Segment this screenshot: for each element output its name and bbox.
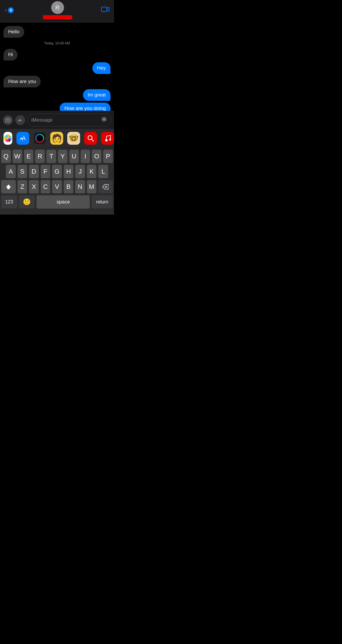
key-U[interactable]: U (69, 150, 79, 163)
video-call-button[interactable] (101, 6, 109, 14)
svg-point-22 (105, 139, 108, 141)
key-X[interactable]: X (29, 180, 39, 194)
svg-rect-5 (105, 118, 106, 120)
svg-point-23 (109, 138, 111, 141)
shift-key[interactable] (1, 180, 16, 194)
key-H[interactable]: H (64, 165, 74, 178)
photos-app-icon[interactable] (4, 132, 12, 145)
appstore-button[interactable] (15, 115, 25, 125)
message-input-field[interactable]: iMessage (27, 113, 111, 127)
key-S[interactable]: S (18, 165, 27, 178)
key-Z[interactable]: Z (18, 180, 27, 194)
message-bubble-sent: Im great (83, 89, 110, 101)
message-bubble-sent: Hey (92, 62, 110, 74)
svg-rect-4 (104, 118, 104, 121)
messages-list: Hello Today, 10:40 AM Hi Hey How are you… (0, 23, 114, 111)
avatar: R (51, 1, 64, 14)
key-W[interactable]: W (13, 150, 22, 163)
svg-rect-3 (103, 118, 103, 120)
key-I[interactable]: I (81, 150, 90, 163)
key-A[interactable]: A (6, 165, 16, 178)
search-app-icon[interactable] (84, 132, 97, 145)
audio-input-icon[interactable] (101, 116, 107, 124)
key-D[interactable]: D (29, 165, 39, 178)
key-T[interactable]: T (46, 150, 56, 163)
back-count-badge: 8 (8, 7, 14, 13)
message-placeholder: iMessage (31, 117, 99, 123)
message-bubble-received: Hello (4, 26, 24, 38)
memoji-app-icon[interactable]: 🧑 (50, 132, 63, 145)
key-R[interactable]: R (35, 150, 45, 163)
key-C[interactable]: C (41, 180, 50, 194)
key-G[interactable]: G (52, 165, 62, 178)
backspace-key[interactable] (98, 180, 113, 194)
key-V[interactable]: V (52, 180, 62, 194)
key-P[interactable]: P (103, 150, 113, 163)
key-B[interactable]: B (64, 180, 73, 194)
messages-container: Hello Today, 10:40 AM Hi Hey How are you… (0, 23, 114, 111)
app-icons-row: 🧑 🤓 (0, 129, 114, 148)
message-bubble-sent: How are you doing (60, 103, 110, 111)
animoji-app-icon[interactable]: 🤓 (67, 132, 80, 145)
contact-info[interactable]: R (43, 1, 72, 19)
space-key[interactable]: space (37, 195, 90, 209)
key-M[interactable]: M (87, 180, 96, 194)
message-bubble-received: Hi (4, 49, 18, 61)
back-arrow-icon: ‹ (5, 7, 7, 13)
fitness-app-icon[interactable] (33, 132, 46, 145)
key-Y[interactable]: Y (58, 150, 68, 163)
contact-name-bar (43, 15, 72, 19)
svg-line-21 (91, 139, 94, 141)
key-F[interactable]: F (41, 165, 51, 178)
keyboard-bottom-row: 123 🙂 space return (0, 194, 114, 215)
key-O[interactable]: O (92, 150, 101, 163)
key-K[interactable]: K (87, 165, 97, 178)
key-Q[interactable]: Q (1, 150, 11, 163)
keyboard: Q W E R T Y U I O P A S D F G H J K L (0, 148, 114, 215)
key-E[interactable]: E (24, 150, 34, 163)
camera-button[interactable] (3, 115, 13, 125)
music-app-icon[interactable] (101, 132, 114, 145)
app-container: ‹ 8 R Hello Today, 10:40 AM Hi Hey How a… (0, 0, 114, 215)
key-N[interactable]: N (75, 180, 85, 194)
keyboard-row-1: Q W E R T Y U I O P (0, 148, 114, 163)
key-J[interactable]: J (75, 165, 85, 178)
back-button[interactable]: ‹ 8 (5, 7, 14, 13)
emoji-key[interactable]: 🙂 (19, 195, 35, 209)
keyboard-row-2: A S D F G H J K L (0, 163, 114, 178)
navigation-header: ‹ 8 R (0, 0, 114, 23)
message-input-bar: iMessage (0, 111, 114, 129)
timestamp-label: Today, 10:40 AM (4, 41, 110, 45)
keyboard-row-3: Z X C V B N M (0, 178, 114, 194)
appstore-app-icon[interactable] (16, 132, 29, 145)
svg-point-1 (7, 119, 9, 121)
svg-rect-0 (101, 7, 107, 12)
return-key[interactable]: return (91, 195, 113, 209)
key-L[interactable]: L (98, 165, 108, 178)
numbers-key[interactable]: 123 (1, 195, 17, 209)
message-bubble-received: How are you (4, 76, 41, 87)
